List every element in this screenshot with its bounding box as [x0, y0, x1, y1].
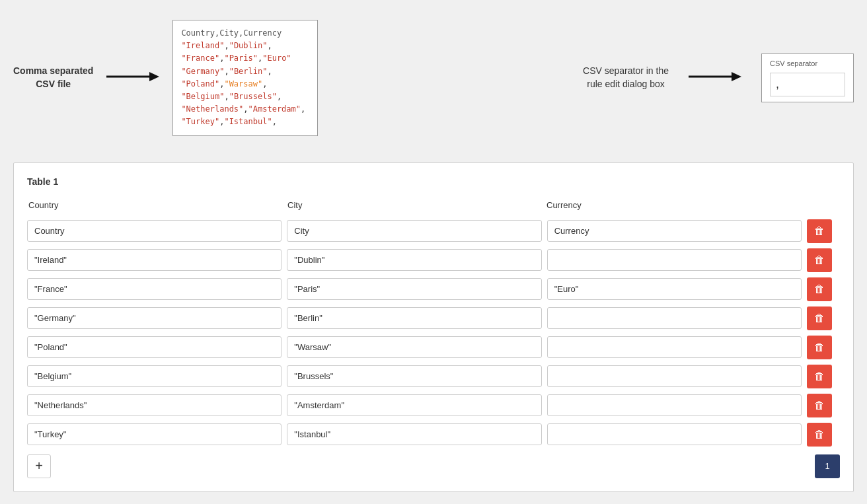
- col-header-city: City: [287, 198, 541, 213]
- table-header-row: Country City Currency: [27, 198, 840, 213]
- add-row-button[interactable]: +: [27, 454, 51, 478]
- cell-input-currency-5[interactable]: [547, 365, 802, 387]
- arrow-1: [106, 67, 159, 89]
- cell-input-currency-3[interactable]: [547, 307, 802, 329]
- delete-row-button-0[interactable]: 🗑: [807, 219, 832, 243]
- delete-row-button-2[interactable]: 🗑: [807, 277, 832, 301]
- cell-input-currency-6[interactable]: [547, 394, 802, 416]
- page-number-button[interactable]: 1: [815, 454, 840, 478]
- table-row: 🗑: [27, 219, 840, 243]
- svg-marker-3: [732, 72, 741, 81]
- sep-desc-line1: CSV separator in the: [583, 65, 669, 76]
- cell-input-city-6[interactable]: [287, 394, 541, 416]
- cell-input-country-7[interactable]: [27, 423, 282, 445]
- table-title: Table 1: [27, 176, 840, 187]
- csv-line-6: "Belgium","Brussels",: [181, 92, 282, 101]
- cell-input-city-3[interactable]: [287, 307, 541, 329]
- table-row: 🗑: [27, 394, 840, 417]
- cell-input-city-7[interactable]: [287, 423, 541, 445]
- csv-file-label: Comma separated CSV file: [13, 65, 93, 90]
- table-row: 🗑: [27, 423, 840, 447]
- csv-line-5: "Poland","Warsaw",: [181, 79, 267, 89]
- cell-input-currency-4[interactable]: [547, 336, 802, 358]
- delete-row-button-5[interactable]: 🗑: [807, 365, 832, 388]
- sep-desc-line2: rule edit dialog box: [587, 79, 665, 89]
- separator-value: ,: [770, 73, 845, 96]
- separator-description: CSV separator in the rule edit dialog bo…: [583, 65, 669, 90]
- table-row: 🗑: [27, 336, 840, 359]
- table-row: 🗑: [27, 306, 840, 330]
- table-row: 🗑: [27, 365, 840, 388]
- separator-box: CSV separator ,: [761, 54, 854, 102]
- delete-row-button-6[interactable]: 🗑: [807, 394, 832, 417]
- table-rows: 🗑🗑🗑🗑🗑🗑🗑🗑: [27, 219, 840, 447]
- cell-input-city-2[interactable]: [287, 278, 541, 300]
- cell-input-city-1[interactable]: [287, 249, 541, 271]
- col-header-currency: Currency: [547, 198, 800, 213]
- cell-input-country-0[interactable]: [27, 220, 282, 242]
- cell-input-country-6[interactable]: [27, 394, 282, 416]
- cell-input-country-3[interactable]: [27, 307, 282, 329]
- cell-input-currency-0[interactable]: [547, 220, 802, 242]
- csv-line-3: "France","Paris","Euro": [181, 54, 291, 63]
- cell-input-currency-7[interactable]: [547, 423, 802, 445]
- delete-row-button-1[interactable]: 🗑: [807, 248, 832, 272]
- csv-label-line2: CSV file: [36, 79, 71, 89]
- csv-line-8: "Turkey","Istanbul",: [181, 117, 277, 126]
- cell-input-city-0[interactable]: [287, 220, 541, 242]
- cell-input-currency-1[interactable]: [547, 249, 802, 271]
- svg-marker-1: [149, 72, 159, 81]
- cell-input-city-4[interactable]: [287, 336, 541, 358]
- delete-row-button-3[interactable]: 🗑: [807, 306, 832, 330]
- table-row: 🗑: [27, 248, 840, 272]
- csv-label-line1: Comma separated: [13, 65, 93, 76]
- cell-input-country-2[interactable]: [27, 278, 282, 300]
- cell-input-currency-2[interactable]: [547, 278, 802, 300]
- csv-preview-box: Country,City,Currency "Ireland","Dublin"…: [172, 20, 318, 136]
- delete-row-button-4[interactable]: 🗑: [807, 336, 832, 359]
- cell-input-country-1[interactable]: [27, 249, 282, 271]
- csv-line-2: "Ireland","Dublin",: [181, 41, 272, 50]
- bottom-row: + 1: [27, 454, 840, 478]
- csv-line-7: "Netherlands","Amsterdam",: [181, 104, 305, 114]
- delete-row-button-7[interactable]: 🗑: [807, 423, 832, 447]
- csv-line-4: "Germany","Berlin",: [181, 67, 272, 76]
- separator-box-title: CSV separator: [770, 59, 845, 67]
- table-row: 🗑: [27, 277, 840, 301]
- cell-input-city-5[interactable]: [287, 365, 541, 387]
- csv-line-1: Country,City,Currency: [181, 28, 282, 38]
- arrow-2: [689, 67, 741, 89]
- cell-input-country-4[interactable]: [27, 336, 282, 358]
- col-header-country: Country: [28, 198, 282, 213]
- cell-input-country-5[interactable]: [27, 365, 282, 387]
- table-section: Table 1 Country City Currency 🗑🗑🗑🗑🗑🗑🗑🗑 +…: [13, 162, 854, 492]
